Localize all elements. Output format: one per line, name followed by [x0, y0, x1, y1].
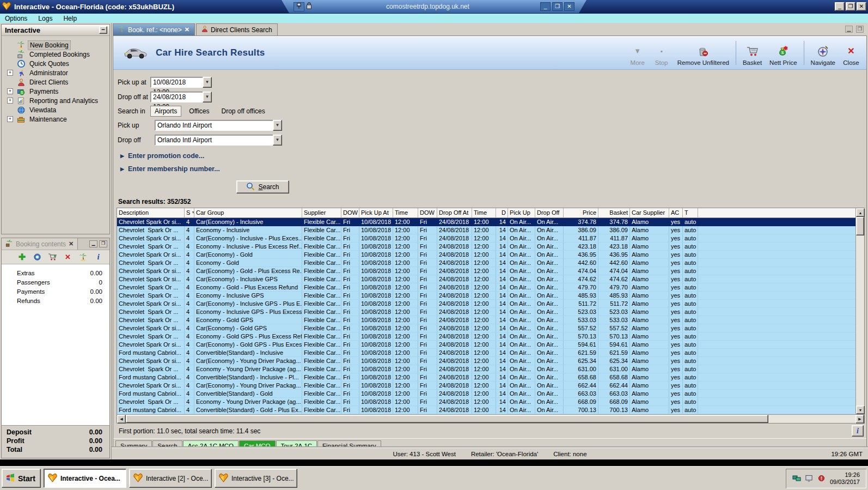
- info-button[interactable]: i: [852, 425, 864, 437]
- window-minimize-button[interactable]: _: [835, 2, 845, 11]
- sidebar-item-new-booking[interactable]: New Booking: [2, 40, 109, 50]
- alert-icon[interactable]: [817, 474, 826, 483]
- sidebar-item-administrator[interactable]: + Administrator: [2, 68, 109, 77]
- start-button[interactable]: Start: [2, 469, 41, 488]
- sidebar-item-viewdata[interactable]: Viewdata: [2, 105, 109, 114]
- table-row[interactable]: Ford mustang Cabriol...4Convertible(Stan…: [117, 406, 855, 414]
- table-row[interactable]: Chevrolet Spark Or ...4Economy - Young D…: [117, 365, 855, 373]
- column-header-17[interactable]: T: [683, 208, 698, 217]
- scroll-down-icon[interactable]: ▼: [856, 406, 865, 414]
- chevron-down-icon[interactable]: ▼: [203, 77, 212, 88]
- table-row[interactable]: Chevrolet Spark Or si...4Car(Economy) - …: [117, 382, 855, 390]
- table-row[interactable]: Chevrolet Spark Or ...4Economy - Gold - …: [117, 283, 855, 292]
- vertical-scroll-thumb[interactable]: [856, 217, 864, 235]
- expand-icon[interactable]: +: [7, 88, 13, 94]
- search-globe-icon[interactable]: [33, 252, 42, 262]
- horizontal-scroll-thumb[interactable]: [126, 415, 768, 423]
- table-row[interactable]: Chevrolet Spark Or si...4Car(Economy) - …: [117, 234, 855, 243]
- column-header-7[interactable]: DOW: [418, 208, 437, 217]
- column-header-6[interactable]: Time: [393, 208, 418, 217]
- panel-minimize-button[interactable]: ▁: [89, 240, 97, 247]
- table-row[interactable]: Chevrolet Spark Or ...4Economy - GoldFle…: [117, 259, 855, 267]
- column-header-15[interactable]: Car Supplier: [630, 208, 669, 217]
- membership-number-expander[interactable]: ▶ Enter membership number...: [120, 165, 866, 173]
- table-row[interactable]: Chevrolet Spark Or ...4Economy - Inclusi…: [117, 243, 855, 251]
- horizontal-scrollbar[interactable]: ◀ ▶: [117, 414, 864, 423]
- table-row[interactable]: Chevrolet Spark Or ...4Economy - Young D…: [117, 398, 855, 406]
- tab-direct-clients-search[interactable]: Direct Clients Search: [196, 23, 278, 35]
- panel-collapse-button[interactable]: −: [99, 26, 107, 34]
- close-button[interactable]: ✕ Close: [839, 39, 863, 67]
- search-in-offices[interactable]: Offices: [185, 106, 213, 116]
- tab-close-icon[interactable]: ✕: [185, 26, 190, 33]
- sidebar-item-reporting-analytics[interactable]: + Reporting and Analytics: [2, 96, 109, 105]
- add-icon[interactable]: ✚: [17, 252, 27, 262]
- table-row[interactable]: Chevrolet Spark Or ...4Economy - Inclusi…: [117, 226, 855, 234]
- column-header-5[interactable]: Pick Up At: [359, 208, 393, 217]
- chevron-down-icon[interactable]: ▼: [203, 92, 212, 102]
- mdi-minimize-button[interactable]: ▁: [845, 26, 853, 33]
- tab-booking-ref[interactable]: Book. ref.: <none> ✕: [113, 23, 195, 35]
- table-row[interactable]: Chevrolet Spark Or si...4Car(Economy) - …: [117, 267, 855, 275]
- table-row[interactable]: Chevrolet Spark Or si...4Car(Economy) - …: [117, 251, 855, 259]
- search-in-dropoff-offices[interactable]: Drop off offices: [217, 106, 269, 116]
- column-header-14[interactable]: Basket: [598, 208, 630, 217]
- scroll-up-icon[interactable]: ▲: [856, 208, 865, 217]
- sidebar-item-direct-clients[interactable]: Direct Clients: [2, 77, 109, 87]
- table-row[interactable]: Chevrolet Spark Or si...4Car(Economy) - …: [117, 300, 855, 308]
- navigate-button[interactable]: Navigate: [807, 39, 839, 67]
- search-button[interactable]: Search: [236, 180, 289, 193]
- table-row[interactable]: Chevrolet Spark Or si...4Car(Economy) - …: [117, 218, 855, 226]
- pickup-at-combo[interactable]: 10/08/2018 12:00 ▼: [150, 77, 212, 88]
- column-header-2[interactable]: Car Group: [194, 208, 302, 217]
- scroll-right-icon[interactable]: ▶: [855, 415, 864, 424]
- column-header-4[interactable]: DOW: [341, 208, 359, 217]
- sidebar-item-quick-quotes[interactable]: Quick Quotes: [2, 59, 109, 68]
- chevron-down-icon[interactable]: ▼: [273, 120, 282, 131]
- scroll-left-icon[interactable]: ◀: [117, 415, 126, 424]
- display-icon[interactable]: [805, 474, 814, 483]
- network-icon[interactable]: [792, 474, 801, 483]
- dropoff-combo[interactable]: Orlando Intl Airport ▼: [155, 135, 282, 146]
- menu-options[interactable]: Options: [5, 15, 27, 22]
- rdp-restore-button[interactable]: ❐: [552, 2, 563, 11]
- column-header-11[interactable]: Pick Up: [508, 208, 535, 217]
- column-header-12[interactable]: Drop Off: [535, 208, 564, 217]
- expand-icon[interactable]: +: [7, 98, 13, 104]
- taskbar-window-1[interactable]: Interactive - Ocea...: [44, 469, 126, 488]
- info-icon[interactable]: i: [94, 252, 103, 262]
- vertical-scrollbar[interactable]: ▲ ▼: [855, 208, 864, 414]
- rdp-pin-button[interactable]: [294, 2, 304, 11]
- taskbar-window-2[interactable]: Interactive [2] - Oce...: [129, 469, 212, 488]
- column-header-9[interactable]: Time: [472, 208, 496, 217]
- sidebar-item-maintenance[interactable]: + Maintenance: [2, 114, 109, 124]
- close-icon[interactable]: ✕: [69, 240, 74, 247]
- nett-price-button[interactable]: $✱ Nett Price: [766, 39, 801, 67]
- pickup-combo[interactable]: Orlando Intl Airport ▼: [155, 120, 282, 131]
- column-header-13[interactable]: Price: [564, 208, 598, 217]
- sidebar-item-completed-bookings[interactable]: Completed Bookings: [2, 50, 109, 59]
- search-in-airports[interactable]: Airports: [150, 106, 181, 117]
- dropoff-at-combo[interactable]: 24/08/2018 12:00 ▼: [150, 92, 212, 102]
- table-row[interactable]: Ford mustang Cabriol...4Convertible(Stan…: [117, 390, 855, 398]
- table-row[interactable]: Ford mustang Cabriol...4Convertible(Stan…: [117, 373, 855, 382]
- promotion-code-expander[interactable]: ▶ Enter promotion code...: [120, 152, 866, 160]
- column-header-10[interactable]: D: [496, 208, 508, 217]
- basket-button[interactable]: Basket: [739, 39, 766, 67]
- window-close-button[interactable]: ✕: [857, 2, 866, 11]
- table-row[interactable]: Chevrolet Spark Or ...4Economy - Inclusi…: [117, 308, 855, 316]
- window-restore-button[interactable]: ❐: [846, 2, 855, 11]
- expand-icon[interactable]: +: [7, 70, 13, 76]
- delete-icon[interactable]: ✕: [63, 252, 72, 262]
- column-header-8[interactable]: Drop Off At: [437, 208, 472, 217]
- menu-logs[interactable]: Logs: [38, 15, 52, 22]
- mdi-restore-button[interactable]: ❐: [856, 26, 864, 33]
- rdp-minimize-button[interactable]: _: [540, 2, 551, 11]
- expand-icon[interactable]: +: [7, 116, 13, 122]
- table-row[interactable]: Chevrolet Spark Or si...4Car(Economy) - …: [117, 275, 855, 283]
- panel-maximize-button[interactable]: ❐: [99, 240, 107, 247]
- chevron-down-icon[interactable]: ▼: [273, 135, 282, 146]
- column-header-16[interactable]: AC: [669, 208, 683, 217]
- remove-unfiltered-button[interactable]: Remove Unfiltered: [674, 39, 733, 67]
- table-row[interactable]: Chevrolet Spark Or si...4Car(Economy) - …: [117, 341, 855, 349]
